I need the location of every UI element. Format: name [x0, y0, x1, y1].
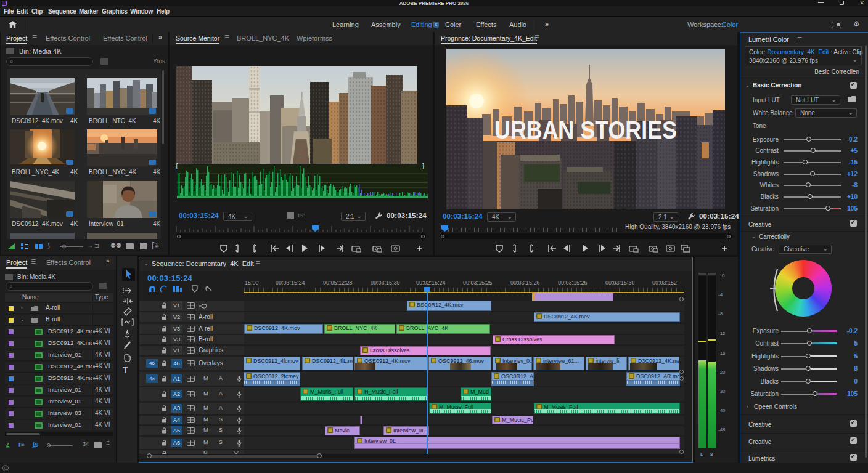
svg-text:URBAN STORIES: URBAN STORIES — [494, 116, 677, 144]
